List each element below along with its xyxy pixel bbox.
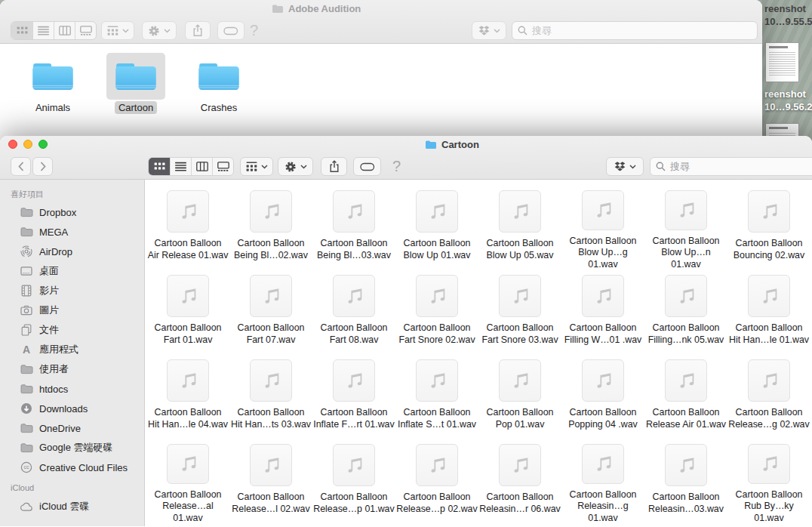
- music-note-icon: [758, 452, 780, 475]
- group-button[interactable]: [240, 157, 273, 176]
- sidebar-item[interactable]: cc Creative Cloud Files: [0, 458, 144, 477]
- sidebar-item[interactable]: Dropbox: [0, 202, 144, 222]
- file-item[interactable]: Cartoon Balloon Pop 01.wav: [478, 355, 561, 439]
- file-item[interactable]: Cartoon Balloon Release…g 02.wav: [727, 355, 810, 439]
- file-item[interactable]: Cartoon Balloon Popping 04 .wav: [561, 355, 644, 439]
- file-name-line2: Pop 01.wav: [479, 419, 561, 431]
- file-item[interactable]: Cartoon Balloon Hit Han…ts 03.wav: [229, 355, 312, 439]
- gear-icon: [285, 161, 297, 173]
- group-button[interactable]: [101, 21, 134, 40]
- file-name-line1: Cartoon Balloon: [313, 492, 395, 504]
- file-item[interactable]: Cartoon Balloon Release…al 01.wav: [146, 439, 229, 524]
- action-button[interactable]: [142, 21, 177, 40]
- action-button[interactable]: [278, 157, 313, 176]
- folder-icon: [425, 140, 437, 149]
- file-item[interactable]: Cartoon Balloon Blow Up 05.wav: [478, 186, 561, 270]
- gallery-view-button[interactable]: [75, 22, 96, 39]
- file-item[interactable]: Cartoon Balloon Fart Snore 02.wav: [395, 270, 478, 355]
- file-name-line2: Release…g 02.wav: [728, 419, 810, 431]
- sidebar-item[interactable]: OneDrive: [0, 418, 144, 438]
- column-view-button[interactable]: [191, 158, 212, 175]
- column-view-button[interactable]: [54, 22, 75, 39]
- folder-item[interactable]: Crashes: [187, 53, 251, 136]
- help-button[interactable]: ?: [250, 22, 258, 39]
- audio-file-icon: [665, 444, 707, 486]
- list-view-button[interactable]: [170, 158, 191, 175]
- file-name-line2: Inflate F…rt 01.wav: [313, 419, 395, 431]
- dropbox-button[interactable]: [472, 21, 506, 40]
- sidebar-item[interactable]: 圖片: [0, 300, 144, 320]
- dropbox-button[interactable]: [606, 157, 644, 176]
- file-item[interactable]: Cartoon Balloon Being Bl…02.wav: [229, 186, 312, 270]
- file-item[interactable]: Cartoon Balloon Releasin…r 06.wav: [478, 439, 561, 524]
- list-view-button[interactable]: [32, 22, 54, 39]
- help-button[interactable]: ?: [392, 158, 401, 175]
- desktop-file-thumbnail[interactable]: [765, 42, 799, 82]
- desktop-file-label[interactable]: reenshot 10…9.55.54: [764, 2, 812, 28]
- file-item[interactable]: Cartoon Balloon Release…p 01.wav: [312, 439, 395, 524]
- file-name-line1: Cartoon Balloon: [479, 407, 561, 419]
- file-item[interactable]: Cartoon Balloon Fart 08.wav: [312, 270, 395, 355]
- file-item[interactable]: Cartoon Balloon Blow Up 01.wav: [395, 186, 478, 270]
- search-input[interactable]: [650, 157, 812, 176]
- file-item[interactable]: Cartoon Balloon Blow Up…n 01.wav: [644, 186, 727, 270]
- file-name-line1: Cartoon Balloon: [147, 489, 229, 501]
- file-item[interactable]: Cartoon Balloon Hit Han…le 01.wav: [727, 270, 810, 355]
- desktop-file-label[interactable]: reenshot 10…9.56.23: [764, 88, 774, 97]
- share-button[interactable]: [321, 157, 347, 176]
- sidebar-item[interactable]: AirDrop: [0, 242, 144, 261]
- chevron-right-icon: [40, 162, 46, 171]
- icon-view-button[interactable]: [11, 22, 32, 39]
- zoom-button[interactable]: [38, 140, 48, 149]
- sidebar-item[interactable]: Downloads: [0, 399, 144, 418]
- folder-item[interactable]: Cartoon: [104, 53, 168, 136]
- audio-file-icon: [748, 444, 790, 484]
- file-item[interactable]: Cartoon Balloon Blow Up…g 01.wav: [561, 186, 644, 270]
- file-item[interactable]: Cartoon Balloon Rub By…ky 01.wav: [727, 439, 810, 524]
- share-icon: [192, 24, 204, 37]
- sidebar-item-label: 使用者: [39, 362, 69, 376]
- sidebar-item-label: 應用程式: [39, 343, 78, 356]
- tag-button[interactable]: [353, 157, 381, 176]
- search-input[interactable]: [512, 21, 758, 40]
- file-item[interactable]: Cartoon Balloon Releasin…g 01.wav: [561, 439, 644, 524]
- file-item[interactable]: Cartoon Balloon Release…p 02.wav: [395, 439, 478, 524]
- sidebar-item[interactable]: A 應用程式: [0, 340, 144, 359]
- sidebar-item[interactable]: iCloud 雲碟: [0, 497, 144, 516]
- file-item[interactable]: Cartoon Balloon Bouncing 02.wav: [727, 186, 810, 270]
- file-item[interactable]: Cartoon Balloon Filling…nk 05.wav: [644, 270, 727, 355]
- forward-button[interactable]: [32, 157, 53, 176]
- file-item[interactable]: Cartoon Balloon Inflate S…t 01.wav: [395, 355, 478, 439]
- sidebar-item[interactable]: MEGA: [0, 222, 144, 242]
- tag-button[interactable]: [217, 21, 245, 40]
- file-item[interactable]: Cartoon Balloon Air Release 01.wav: [146, 186, 229, 270]
- sidebar-item[interactable]: 桌面: [0, 261, 144, 281]
- film-icon: [20, 285, 32, 297]
- file-item[interactable]: Cartoon Balloon Fart 07.wav: [229, 270, 312, 355]
- gallery-view-button[interactable]: [212, 158, 233, 175]
- file-item[interactable]: Cartoon Balloon Inflate F…rt 01.wav: [312, 355, 395, 439]
- sidebar-item[interactable]: 使用者: [0, 359, 144, 379]
- file-item[interactable]: Cartoon Balloon Filling W…01 .wav: [561, 270, 644, 355]
- sidebar-item[interactable]: Google 雲端硬碟: [0, 438, 144, 458]
- file-item[interactable]: Cartoon Balloon Being Bl…03.wav: [312, 186, 395, 270]
- close-button[interactable]: [8, 140, 17, 149]
- file-item[interactable]: Cartoon Balloon Fart 01.wav: [146, 270, 229, 355]
- file-item[interactable]: Cartoon Balloon Release…l 02.wav: [229, 439, 312, 524]
- sidebar-item[interactable]: 影片: [0, 281, 144, 300]
- icon-view-button[interactable]: [149, 158, 170, 175]
- minimize-button[interactable]: [23, 140, 32, 149]
- file-item[interactable]: Cartoon Balloon Releasin…03.wav: [644, 439, 727, 524]
- audio-file-icon: [499, 190, 541, 233]
- file-name-line1: Cartoon Balloon: [396, 492, 478, 504]
- share-button[interactable]: [185, 21, 211, 40]
- file-item[interactable]: Cartoon Balloon Fart Snore 03.wav: [478, 270, 561, 355]
- music-note-icon: [177, 200, 199, 223]
- file-item[interactable]: Cartoon Balloon Release Air 01.wav: [644, 355, 727, 439]
- sidebar-item[interactable]: htdocs: [0, 379, 144, 399]
- back-button[interactable]: [11, 157, 31, 176]
- file-item[interactable]: Cartoon Balloon Hit Han…le 04.wav: [146, 355, 229, 439]
- audio-file-icon: [250, 444, 292, 486]
- folder-item[interactable]: Animals: [21, 53, 85, 136]
- sidebar-item[interactable]: 文件: [0, 320, 144, 340]
